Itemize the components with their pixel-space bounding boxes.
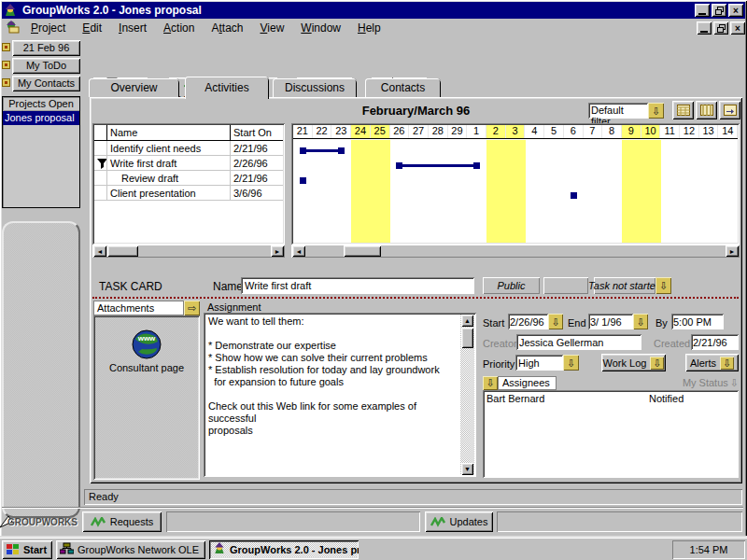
- table-row[interactable]: Write first draft2/26/96: [94, 156, 283, 171]
- chevron-down-icon: ⇩: [652, 106, 660, 116]
- attachments-open-button[interactable]: ⇨: [184, 301, 200, 315]
- groupworks-logo: GROUPWORKS: [0, 513, 82, 532]
- assignees-dropdown-button[interactable]: ⇩: [483, 376, 498, 390]
- close-button[interactable]: ×: [728, 4, 743, 17]
- task-card-label: TASK CARD: [99, 280, 162, 293]
- project-item[interactable]: Jones proposal: [3, 111, 79, 125]
- marker-cell: [94, 171, 107, 185]
- start-date-input[interactable]: [508, 314, 548, 329]
- requests-button[interactable]: Requests: [82, 511, 162, 532]
- by-time-input[interactable]: [671, 314, 724, 329]
- scroll-down-icon[interactable]: ▼: [461, 463, 473, 475]
- updates-button[interactable]: Updates: [425, 511, 493, 532]
- start-date-dropdown-button[interactable]: ⇩: [548, 314, 563, 329]
- chevron-down-icon: ⇩: [567, 358, 575, 368]
- attachment-item[interactable]: wwwConsultant page: [93, 315, 200, 373]
- day-header-11: 11: [660, 125, 680, 138]
- main-panel: February/March 96 Default filter ⇩ Name …: [90, 97, 742, 483]
- day-header-25: 25: [371, 125, 390, 138]
- assignment-textarea[interactable]: We want to tell them: * Demonstrate our …: [204, 313, 476, 477]
- gantt-bar[interactable]: [396, 162, 480, 169]
- gantt-bar[interactable]: [300, 177, 306, 184]
- menu-help[interactable]: Help: [349, 20, 389, 36]
- menu-project[interactable]: Project: [22, 20, 74, 36]
- scroll-right-icon[interactable]: ►: [726, 245, 739, 257]
- tab-overview[interactable]: Overview: [89, 78, 179, 97]
- week-view-button[interactable]: [696, 101, 717, 119]
- menu-view[interactable]: View: [252, 20, 293, 36]
- gantt-bar[interactable]: [571, 192, 577, 199]
- table-row[interactable]: Review draft2/21/96: [94, 171, 283, 186]
- column-header-start-on[interactable]: Start On: [231, 125, 285, 141]
- month-view-button[interactable]: [672, 101, 694, 119]
- my-status-dropdown-button[interactable]: ⇩: [730, 377, 739, 389]
- tab-activities[interactable]: Activities: [185, 77, 269, 99]
- blank-button[interactable]: [543, 277, 588, 294]
- table-row[interactable]: Identify client needs2/21/96: [94, 141, 283, 156]
- task-status-dropdown-button[interactable]: ⇩: [655, 277, 671, 294]
- doc-minimize-button[interactable]: [697, 21, 712, 35]
- gantt-bar-end: [473, 162, 480, 169]
- scroll-right-icon[interactable]: ►: [271, 245, 284, 257]
- priority-dropdown-button[interactable]: ⇩: [563, 355, 579, 371]
- task-name-input[interactable]: [241, 277, 474, 294]
- marker-cell: [94, 141, 107, 155]
- scroll-left-icon[interactable]: ◄: [93, 245, 106, 257]
- refresh-view-button[interactable]: [719, 101, 740, 119]
- start-button[interactable]: Start: [2, 540, 52, 559]
- end-date-input[interactable]: [588, 314, 633, 329]
- sidebar-button-21-feb-96[interactable]: 21 Feb 96: [12, 40, 80, 56]
- task-status-select[interactable]: Task not started: [594, 277, 655, 294]
- table-hscrollbar[interactable]: ◄ ►: [92, 245, 285, 258]
- tab-discussions[interactable]: Discussions: [273, 78, 357, 97]
- chevron-down-icon: ⇩: [650, 357, 664, 370]
- doc-restore-button[interactable]: [713, 21, 728, 35]
- gantt-hscrollbar[interactable]: ◄ ►: [291, 245, 740, 258]
- menu-edit[interactable]: Edit: [74, 20, 110, 36]
- menu-action[interactable]: Action: [155, 20, 203, 36]
- scroll-up-icon[interactable]: ▲: [461, 315, 473, 327]
- created-input[interactable]: [691, 334, 739, 350]
- tab-contacts[interactable]: Contacts: [365, 78, 441, 97]
- taskbar-task-inactive[interactable]: GroupWorks Network OLE: [56, 540, 205, 559]
- projects-list: Jones proposal: [3, 111, 79, 125]
- sidebar-button-my-todo[interactable]: My ToDo: [12, 58, 80, 74]
- gantt-hscroll-thumb[interactable]: [344, 245, 381, 257]
- day-header-6: 6: [564, 125, 584, 138]
- assignment-vscrollbar[interactable]: ▲ ▼: [460, 315, 474, 475]
- table-row[interactable]: Client presentation3/6/96: [94, 186, 283, 201]
- assignment-vscroll-thumb[interactable]: [461, 328, 473, 348]
- title-bar[interactable]: GroupWorks 2.0 - Jones proposal ×: [2, 2, 745, 19]
- alerts-button[interactable]: Alerts ⇩: [685, 354, 739, 371]
- taskbar-task-active[interactable]: GroupWorks 2.0 - Jones pr...: [209, 540, 359, 559]
- app-window: GroupWorks 2.0 - Jones proposal × Projec…: [0, 0, 747, 538]
- sidebar-button-my-contacts[interactable]: My Contacts: [12, 76, 80, 91]
- column-header-name[interactable]: Name: [107, 125, 231, 141]
- filter-select[interactable]: Default filter: [588, 103, 648, 119]
- assignees-list: Bart BernardNotified: [483, 390, 739, 478]
- menu-window[interactable]: Window: [292, 20, 349, 36]
- restore-button[interactable]: [712, 4, 726, 17]
- priority-input[interactable]: [515, 355, 563, 371]
- attachments-body: wwwConsultant page: [93, 315, 200, 480]
- gantt-bar[interactable]: [300, 147, 345, 154]
- end-date-dropdown-button[interactable]: ⇩: [633, 314, 648, 329]
- filter-dropdown-button[interactable]: ⇩: [648, 103, 664, 119]
- bullet-icon: [2, 42, 10, 53]
- scroll-left-icon[interactable]: ◄: [292, 245, 305, 257]
- work-log-button[interactable]: Work Log ⇩: [601, 354, 666, 371]
- bullet-icon: [2, 60, 10, 71]
- menu-attach[interactable]: Attach: [203, 20, 251, 36]
- doc-close-button[interactable]: ×: [730, 21, 745, 35]
- assignee-row[interactable]: Bart BernardNotified: [486, 392, 735, 406]
- gantt-body: [293, 140, 738, 243]
- minimize-button[interactable]: [695, 4, 710, 17]
- public-button[interactable]: Public: [483, 277, 540, 294]
- refresh-view-icon: [724, 105, 737, 116]
- table-hscroll-thumb[interactable]: [107, 245, 138, 257]
- menu-insert[interactable]: Insert: [110, 20, 155, 36]
- creator-input[interactable]: [516, 334, 641, 350]
- my-status-label: My Status: [683, 377, 730, 388]
- day-header-14: 14: [718, 125, 738, 138]
- week-view-icon: [700, 105, 713, 116]
